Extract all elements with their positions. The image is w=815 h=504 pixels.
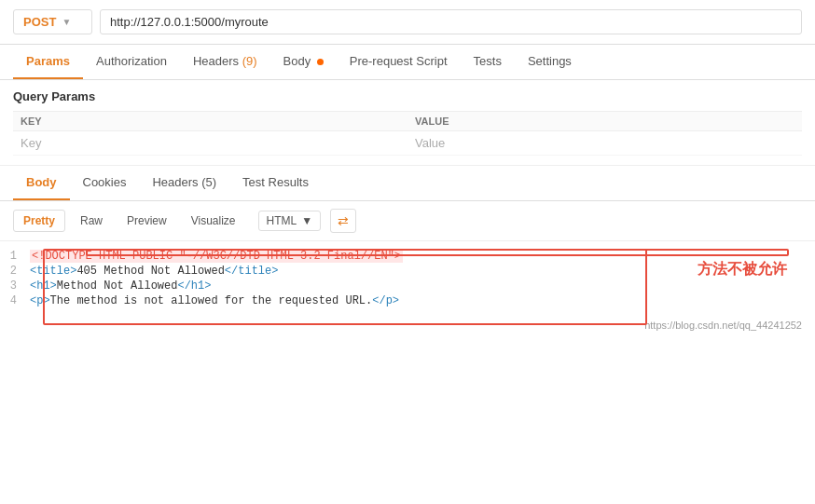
- response-tab-cookies[interactable]: Cookies: [70, 166, 140, 200]
- wrap-button[interactable]: ⇄: [330, 209, 356, 233]
- view-visualize-button[interactable]: Visualize: [182, 211, 245, 231]
- line-3-content: <h1>Method Not Allowed</h1>: [30, 279, 815, 293]
- tab-headers[interactable]: Headers (9): [180, 45, 270, 79]
- col-header-value: VALUE: [408, 112, 802, 131]
- code-wrapper: 1 <!DOCTYPE HTML PUBLIC "-//W3C//DTD HTM…: [0, 241, 815, 316]
- view-preview-button[interactable]: Preview: [117, 211, 176, 231]
- tab-prerequest[interactable]: Pre-request Script: [337, 45, 461, 79]
- response-tab-test-results[interactable]: Test Results: [229, 166, 322, 200]
- wrap-icon: ⇄: [338, 213, 349, 228]
- method-select[interactable]: POST ▼: [13, 9, 92, 34]
- table-row: Key Value: [13, 131, 802, 156]
- tab-tests[interactable]: Tests: [461, 45, 515, 79]
- line-num-4: 4: [0, 294, 30, 307]
- line-num-2: 2: [0, 265, 30, 278]
- line-num-3: 3: [0, 279, 30, 293]
- request-tabs-bar: Params Authorization Headers (9) Body Pr…: [0, 45, 815, 80]
- code-line-2: 2 <title>405 Method Not Allowed</title>: [0, 264, 815, 279]
- code-area: 1 <!DOCTYPE HTML PUBLIC "-//W3C//DTD HTM…: [0, 241, 815, 316]
- response-toolbar: Pretty Raw Preview Visualize HTML ▼ ⇄: [0, 201, 815, 241]
- annotation-text: 方法不被允许: [698, 260, 787, 279]
- tab-body[interactable]: Body: [270, 45, 337, 79]
- query-params-section: Query Params KEY VALUE Key Value: [0, 80, 815, 166]
- method-chevron: ▼: [62, 17, 71, 27]
- format-chevron: ▼: [301, 214, 312, 227]
- col-header-key: KEY: [13, 112, 408, 131]
- view-raw-button[interactable]: Raw: [71, 211, 112, 231]
- key-input-cell[interactable]: Key: [13, 131, 408, 156]
- line-4-content: <p>The method is not allowed for the req…: [30, 294, 815, 307]
- view-pretty-button[interactable]: Pretty: [13, 210, 65, 232]
- value-input-cell[interactable]: Value: [408, 131, 802, 156]
- tab-params[interactable]: Params: [13, 45, 83, 79]
- format-label: HTML: [267, 214, 297, 227]
- line-num-1: 1: [0, 250, 30, 263]
- response-tab-headers[interactable]: Headers (5): [139, 166, 229, 200]
- url-input[interactable]: [100, 9, 802, 34]
- method-label: POST: [23, 15, 56, 29]
- params-table: KEY VALUE Key Value: [13, 111, 802, 156]
- response-tabs-bar: Body Cookies Headers (5) Test Results: [0, 166, 815, 201]
- response-tab-body[interactable]: Body: [13, 166, 70, 200]
- format-select[interactable]: HTML ▼: [258, 211, 322, 231]
- tab-authorization[interactable]: Authorization: [83, 45, 180, 79]
- top-bar: POST ▼: [0, 0, 815, 45]
- code-line-3: 3 <h1>Method Not Allowed</h1>: [0, 279, 815, 293]
- query-params-title: Query Params: [13, 89, 802, 103]
- body-dot-indicator: [317, 59, 324, 65]
- tab-settings[interactable]: Settings: [515, 45, 585, 79]
- code-line-4: 4 <p>The method is not allowed for the r…: [0, 293, 815, 308]
- watermark: https://blog.csdn.net/qq_44241252: [0, 316, 815, 334]
- code-line-1: 1 <!DOCTYPE HTML PUBLIC "-//W3C//DTD HTM…: [0, 249, 815, 264]
